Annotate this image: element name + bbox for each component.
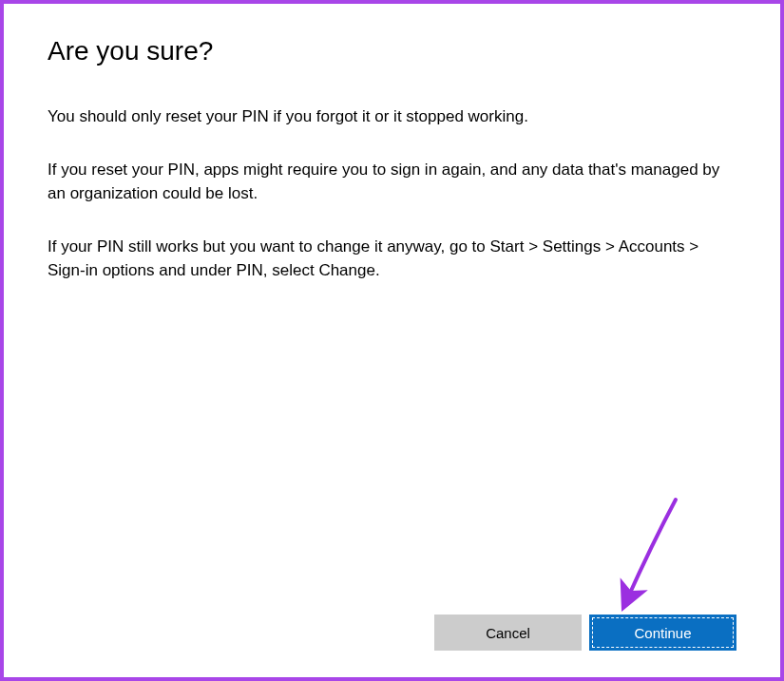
dialog-content: Are you sure? You should only reset your… <box>4 4 780 677</box>
continue-button[interactable]: Continue <box>589 615 736 651</box>
dialog-title: Are you sure? <box>48 36 736 66</box>
cancel-button[interactable]: Cancel <box>434 615 582 651</box>
dialog-paragraph-3: If your PIN still works but you want to … <box>48 235 736 283</box>
dialog-frame: Are you sure? You should only reset your… <box>0 0 784 681</box>
spacer <box>48 312 736 615</box>
dialog-paragraph-1: You should only reset your PIN if you fo… <box>48 104 736 129</box>
dialog-paragraph-2: If you reset your PIN, apps might requir… <box>48 158 736 206</box>
button-row: Cancel Continue <box>48 615 736 651</box>
